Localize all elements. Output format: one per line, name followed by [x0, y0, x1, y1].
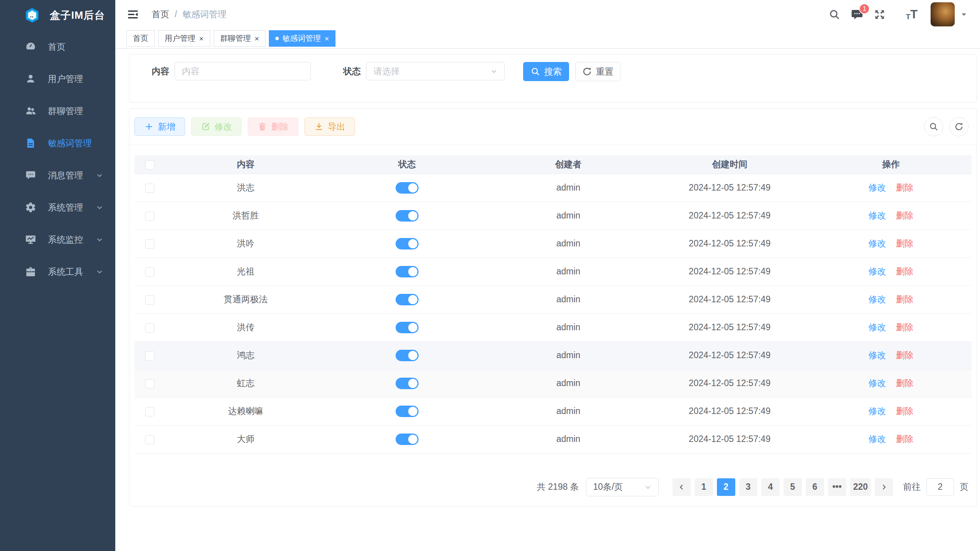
row-edit-link[interactable]: 修改 [868, 434, 886, 444]
row-checkbox[interactable] [145, 435, 154, 444]
row-edit-link[interactable]: 修改 [868, 378, 886, 388]
row-checkbox[interactable] [145, 212, 154, 221]
status-toggle[interactable] [396, 238, 419, 249]
status-toggle[interactable] [396, 350, 419, 361]
edit-button[interactable]: 修改 [191, 117, 242, 136]
app-logo[interactable]: 盒子IM后台 [0, 0, 115, 31]
sidebar-item-home[interactable]: 首页 [0, 31, 115, 63]
sidebar-item-sensitive-words[interactable]: 敏感词管理 [0, 127, 115, 159]
sidebar-item-groups[interactable]: 群聊管理 [0, 95, 115, 127]
page-button[interactable]: 4 [761, 478, 780, 496]
status-toggle[interactable] [396, 378, 419, 389]
sidebar-item-system-tools[interactable]: 系统工具 [0, 256, 115, 288]
page-button[interactable]: 5 [784, 478, 802, 496]
filter-content-item: 内容 [152, 62, 311, 80]
sidebar-collapse-icon[interactable] [126, 9, 139, 20]
pagination-total: 共 2198 条 [537, 481, 579, 493]
close-icon[interactable]: × [324, 35, 329, 42]
add-button[interactable]: 新增 [134, 117, 185, 136]
cell-creator: admin [488, 313, 649, 341]
row-delete-link[interactable]: 删除 [896, 406, 913, 416]
tab-user-management[interactable]: 用户管理 × [158, 30, 210, 47]
tab-group-management[interactable]: 群聊管理 × [214, 30, 266, 47]
row-delete-link[interactable]: 删除 [896, 294, 913, 304]
tab-home[interactable]: 首页 [126, 30, 155, 47]
row-edit-link[interactable]: 修改 [868, 406, 886, 416]
cell-creator: admin [488, 369, 649, 397]
status-toggle[interactable] [396, 294, 419, 305]
close-icon[interactable]: × [255, 35, 259, 42]
status-toggle[interactable] [396, 266, 419, 277]
font-size-icon[interactable]: TT [906, 8, 918, 20]
table-row: 虹志 admin 2024-12-05 12:57:49 修改删除 [134, 369, 972, 397]
content-input[interactable] [175, 62, 311, 80]
row-checkbox[interactable] [145, 295, 154, 305]
row-checkbox[interactable] [145, 351, 154, 360]
row-checkbox[interactable] [145, 184, 154, 193]
sidebar-item-system-admin[interactable]: 系统管理 [0, 191, 115, 223]
sidebar-item-label: 消息管理 [48, 170, 83, 181]
row-checkbox[interactable] [145, 323, 154, 333]
status-toggle[interactable] [396, 434, 419, 445]
row-delete-link[interactable]: 删除 [896, 183, 913, 192]
table-row: 贯通两极法 admin 2024-12-05 12:57:49 修改删除 [134, 285, 972, 313]
status-toggle[interactable] [396, 210, 419, 222]
tab-sensitive-words[interactable]: 敏感词管理 × [269, 30, 335, 47]
page-size-select[interactable]: 10条/页 [586, 478, 659, 496]
status-toggle[interactable] [396, 322, 419, 333]
row-edit-link[interactable]: 修改 [868, 266, 886, 276]
row-checkbox[interactable] [145, 240, 154, 249]
sidebar: 盒子IM后台 首页 用户管理 群聊管理 [0, 0, 115, 551]
row-delete-link[interactable]: 删除 [896, 350, 913, 360]
delete-button[interactable]: 删除 [248, 117, 298, 136]
row-edit-link[interactable]: 修改 [868, 294, 886, 304]
sidebar-item-system-monitor[interactable]: 系统监控 [0, 223, 115, 256]
row-checkbox[interactable] [145, 379, 154, 388]
search-button[interactable]: 搜索 [523, 62, 569, 81]
row-edit-link[interactable]: 修改 [868, 350, 886, 360]
chevron-down-icon [95, 235, 104, 244]
page-button[interactable]: 3 [739, 478, 757, 496]
row-delete-link[interactable]: 删除 [896, 266, 913, 276]
export-button[interactable]: 导出 [304, 117, 355, 136]
close-icon[interactable]: × [199, 35, 204, 42]
next-page-button[interactable] [875, 478, 893, 496]
row-delete-link[interactable]: 删除 [896, 238, 913, 248]
row-edit-link[interactable]: 修改 [868, 238, 886, 248]
status-toggle[interactable] [396, 182, 419, 194]
prev-page-button[interactable] [672, 478, 691, 496]
goto-page-input[interactable] [926, 478, 954, 496]
row-edit-link[interactable]: 修改 [868, 210, 886, 220]
fullscreen-icon[interactable] [874, 8, 886, 21]
caret-down-icon[interactable] [960, 11, 968, 18]
tab-label: 用户管理 [165, 33, 195, 44]
row-delete-link[interactable]: 删除 [896, 434, 913, 444]
page-button-active[interactable]: 2 [717, 478, 735, 496]
search-icon[interactable] [828, 8, 841, 21]
message-icon[interactable]: 1 [851, 8, 864, 21]
avatar[interactable] [931, 2, 955, 26]
reset-button[interactable]: 重置 [575, 62, 620, 81]
page-button[interactable]: 220 [850, 478, 871, 496]
refresh-button[interactable] [949, 117, 969, 136]
breadcrumb-home[interactable]: 首页 [152, 8, 169, 20]
row-delete-link[interactable]: 删除 [896, 210, 913, 220]
cell-creator: admin [488, 397, 649, 425]
sidebar-item-users[interactable]: 用户管理 [0, 63, 115, 95]
row-checkbox[interactable] [145, 407, 154, 416]
page-button[interactable]: 1 [695, 478, 713, 496]
status-select[interactable]: 请选择 [366, 62, 505, 80]
select-all-checkbox[interactable] [145, 160, 154, 170]
row-checkbox[interactable] [145, 267, 154, 277]
row-edit-link[interactable]: 修改 [868, 322, 886, 332]
sidebar-item-messages[interactable]: 消息管理 [0, 159, 115, 191]
cell-created: 2024-12-05 12:57:49 [649, 397, 810, 425]
row-delete-link[interactable]: 删除 [896, 378, 913, 388]
status-toggle[interactable] [396, 406, 419, 417]
document-icon [25, 137, 36, 149]
row-edit-link[interactable]: 修改 [868, 183, 886, 192]
show-search-button[interactable] [924, 117, 943, 136]
more-pages-button[interactable]: ••• [828, 478, 846, 496]
row-delete-link[interactable]: 删除 [896, 322, 913, 332]
page-button[interactable]: 6 [806, 478, 824, 496]
